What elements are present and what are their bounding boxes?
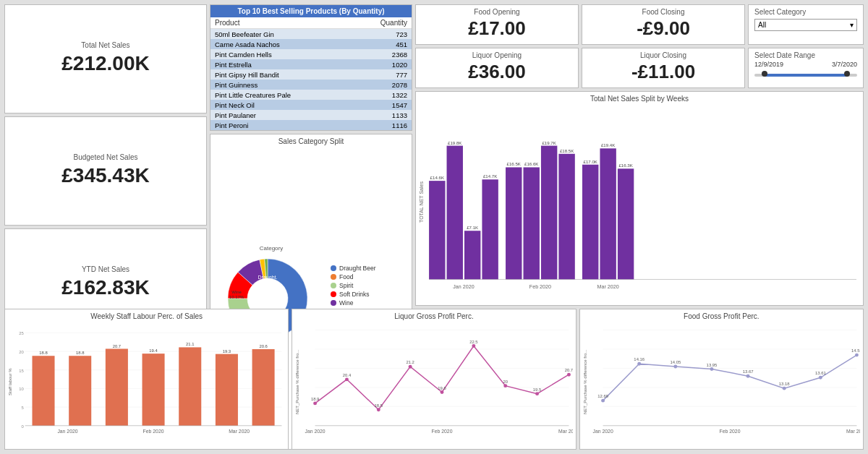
food-profit-svg: 12.6914.1614.0513.9513.6713.1813.6114.51… [589, 322, 860, 442]
labour-chart-svg: 051015202518.818.820.719.421.119.320.6Ja… [14, 322, 285, 442]
svg-text:20.6: 20.6 [259, 344, 267, 348]
table-row: Pint Camden Hells2368 [210, 49, 412, 59]
date-range-label: Select Date Range [754, 51, 857, 59]
svg-text:22.5: 22.5 [469, 340, 478, 344]
food-opening-value: £17.00 [422, 17, 572, 40]
svg-text:12.69: 12.69 [597, 394, 608, 398]
svg-text:Wine: Wine [231, 290, 242, 294]
total-net-sales-label: Total Net Sales [12, 41, 199, 49]
food-y-label: NET_Purchase % difference fro... [583, 322, 587, 442]
svg-text:Mar 2020: Mar 2020 [846, 429, 860, 434]
labour-chart-title: Weekly Staff Labour Perc. of Sales [8, 312, 285, 320]
svg-point-74 [345, 377, 349, 381]
liquor-opening-value: £36.00 [422, 61, 572, 83]
liquor-closing-value: -£11.00 [588, 61, 739, 83]
legend-item: Food [331, 273, 381, 280]
food-opening-label: Food Opening [422, 8, 572, 16]
donut-title: Sales Category Split [213, 137, 409, 145]
svg-text:20.4: 20.4 [343, 373, 352, 377]
svg-rect-24 [558, 154, 574, 280]
svg-point-112 [819, 376, 822, 380]
svg-text:£18.5K: £18.5K [560, 148, 574, 153]
svg-rect-26 [582, 165, 598, 280]
food-profit-title: Food Gross Profit Perc. [583, 312, 860, 320]
svg-text:£19.8K: £19.8K [448, 140, 461, 145]
col-quantity: Quantity [380, 19, 407, 27]
svg-point-110 [782, 387, 786, 390]
liquor-y-label: NET_Purchase % difference fro... [295, 322, 299, 442]
svg-text:21.1: 21.1 [186, 342, 194, 346]
liquor-profit-title: Liquor Gross Profit Perc. [295, 312, 572, 320]
table-row: Pint Little Creatures Pale1322 [210, 90, 412, 100]
total-net-sales-card: Total Net Sales £212.00K [4, 4, 207, 113]
table-row: Carne Asada Nachos451 [210, 39, 412, 49]
svg-text:£7.1K: £7.1K [467, 225, 478, 230]
svg-text:Jan 2020: Jan 2020 [305, 429, 326, 434]
right-top-area: Food Opening £17.00 Food Closing -£9.00 … [415, 4, 864, 306]
svg-rect-56 [179, 347, 201, 425]
date-range-end: 3/7/2020 [832, 61, 857, 68]
table-row: Pint Neck Oil1547 [210, 100, 412, 110]
bar-chart-svg: £14.6K£19.8K£7.1K£14.7K£16.5K£16.6K£19.7… [425, 104, 860, 300]
svg-rect-22 [541, 146, 557, 280]
svg-text:21.2: 21.2 [407, 360, 414, 364]
svg-text:Feb 2020: Feb 2020 [143, 429, 164, 434]
svg-text:Jan 2020: Jan 2020 [592, 429, 613, 434]
ytd-net-sales-label: YTD Net Sales [12, 265, 199, 273]
svg-point-102 [637, 362, 641, 366]
svg-text:20.7: 20.7 [565, 368, 573, 372]
svg-text:10.17%: 10.17% [229, 295, 244, 299]
svg-text:19.5: 19.5 [533, 387, 542, 392]
liquor-closing-label: Liquor Closing [588, 51, 739, 59]
svg-text:19.3: 19.3 [223, 349, 231, 354]
svg-text:£14.7K: £14.7K [483, 174, 497, 179]
svg-text:14.16: 14.16 [634, 357, 644, 361]
svg-rect-58 [216, 354, 238, 426]
svg-text:Category: Category [260, 245, 283, 252]
top10-title: Top 10 Best Selling Products (By Quantit… [210, 5, 412, 17]
svg-text:19.6: 19.6 [438, 386, 446, 390]
table-row: 50ml Beefeater Gin723 [210, 29, 412, 39]
svg-text:Feb 2020: Feb 2020 [432, 429, 453, 434]
svg-point-82 [472, 344, 476, 348]
svg-text:£16.6K: £16.6K [524, 161, 538, 166]
food-closing-card: Food Closing -£9.00 [582, 4, 745, 45]
budgeted-net-sales-value: £345.43K [12, 164, 199, 187]
top10-table: Top 10 Best Selling Products (By Quantit… [210, 4, 412, 131]
svg-rect-14 [464, 231, 480, 279]
top10-col-headers: Product Quantity [210, 17, 412, 29]
svg-point-104 [673, 365, 677, 369]
svg-text:20.7: 20.7 [113, 344, 121, 348]
top10-rows: 50ml Beefeater Gin723Carne Asada Nachos4… [210, 29, 412, 130]
legend-item: Draught Beer [331, 265, 381, 272]
bar-chart-section: Total Net Sales Split by Weeks TOTAL NET… [415, 91, 864, 306]
bar-chart-y-label: TOTAL NET Sales [419, 104, 424, 300]
svg-point-86 [535, 392, 539, 395]
svg-text:13.95: 13.95 [706, 363, 717, 367]
svg-text:£14.6K: £14.6K [430, 175, 444, 180]
svg-text:14.05: 14.05 [670, 360, 681, 364]
liquor-opening-card: Liquor Opening £36.00 [415, 48, 579, 88]
svg-text:£16.5K: £16.5K [507, 161, 521, 166]
select-category-value: All [758, 21, 766, 29]
svg-point-106 [710, 367, 713, 371]
svg-rect-18 [506, 167, 522, 279]
table-row: Pint Peroni1116 [210, 120, 412, 130]
svg-point-78 [409, 365, 412, 369]
food-closing-value: -£9.00 [588, 17, 739, 40]
svg-text:18.8: 18.8 [76, 351, 84, 355]
select-category-dropdown[interactable]: All ▾ [754, 19, 857, 31]
svg-point-84 [504, 384, 508, 387]
svg-text:Mar 2020: Mar 2020 [229, 429, 250, 434]
svg-text:£17.0K: £17.0K [584, 159, 597, 164]
table-row: Pint Gipsy Hill Bandit777 [210, 69, 412, 80]
svg-text:Jan 2020: Jan 2020 [57, 429, 77, 434]
svg-text:13.61: 13.61 [815, 371, 826, 375]
chevron-down-icon: ▾ [850, 21, 854, 29]
slider-right-thumb[interactable] [844, 71, 850, 77]
svg-rect-52 [106, 348, 128, 425]
svg-text:Jan 2020: Jan 2020 [453, 284, 474, 290]
svg-point-76 [377, 408, 380, 411]
liquor-profit-section: Liquor Gross Profit Perc. NET_Purchase %… [292, 309, 576, 450]
svg-point-80 [441, 390, 444, 394]
